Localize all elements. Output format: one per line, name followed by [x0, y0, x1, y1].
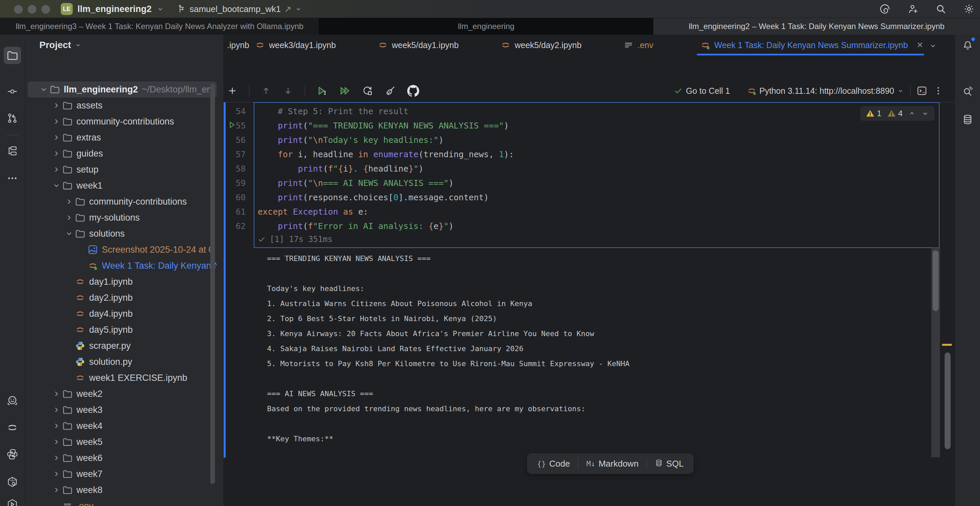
move-cell-down-button[interactable] — [283, 86, 293, 96]
jupyter-tool-button[interactable] — [4, 419, 21, 436]
tree-item-week6[interactable]: week6 — [25, 450, 216, 466]
ai-assistant-icon[interactable] — [879, 3, 891, 15]
clear-outputs-broom-button[interactable] — [385, 85, 396, 97]
warning-count[interactable]: 1 — [865, 109, 881, 118]
code-cell[interactable]: 54 # Step 5: Print the result55 print("=… — [224, 104, 514, 233]
tree-item-week1-exercise-ipynb[interactable]: week1 EXERCISE.ipynb — [25, 370, 216, 386]
tree-item-week8[interactable]: week8 — [25, 482, 216, 498]
search-icon[interactable] — [935, 3, 947, 15]
tree-item-solutions[interactable]: solutions — [25, 226, 216, 242]
window-tab[interactable]: llm_engineering2 – Week 1 Task: Daily Ke… — [653, 18, 980, 35]
more-options-kebab-icon[interactable] — [933, 86, 943, 96]
close-button[interactable] — [14, 5, 23, 14]
output-scrollbar-thumb[interactable] — [932, 250, 939, 311]
code-line[interactable]: 61except Exception as e: — [224, 205, 514, 219]
tree-item-week4[interactable]: week4 — [25, 418, 216, 434]
tree-item-community-contributions[interactable]: community-contributions — [25, 113, 216, 129]
project-switcher[interactable]: LE llm_engineering2 — [61, 0, 164, 18]
python-packages-tool-button[interactable] — [4, 473, 21, 491]
weak-warning-count[interactable]: 4 — [887, 109, 902, 118]
more-tool-windows-button[interactable] — [4, 170, 21, 187]
code-cell-button[interactable]: {}Code — [529, 453, 578, 474]
settings-gear-icon[interactable] — [963, 3, 975, 15]
tree-item-week1[interactable]: week1 — [25, 178, 216, 194]
tree-scrollbar[interactable] — [210, 83, 215, 484]
goto-cell-button[interactable]: Go to Cell 1 — [674, 86, 730, 96]
add-user-icon[interactable] — [907, 3, 919, 15]
tree-item-day4-ipynb[interactable]: day4.ipynb — [25, 306, 216, 322]
chevron-right-icon[interactable] — [52, 422, 62, 430]
kernel-selector[interactable]: Python 3.11.14: http://localhost:8890 — [747, 86, 904, 96]
project-panel-header[interactable]: Project — [25, 35, 223, 56]
tree-item-day2-ipynb[interactable]: day2.ipynb — [25, 290, 216, 306]
editor-scrollbar-thumb[interactable] — [945, 352, 951, 449]
chevron-down-icon[interactable] — [65, 230, 75, 238]
editor-tab[interactable]: .env — [620, 35, 694, 56]
tree-item-my-solutions[interactable]: my-solutions — [25, 210, 216, 226]
project-tool-button[interactable] — [4, 47, 21, 64]
editor-tab[interactable]: .ipynb — [224, 35, 250, 56]
chevron-right-icon[interactable] — [65, 213, 75, 222]
chevron-right-icon[interactable] — [52, 165, 62, 173]
code-line[interactable]: 62 print(f"Error in AI analysis: {e}") — [224, 219, 514, 233]
restart-kernel-button[interactable] — [362, 85, 373, 97]
code-line[interactable]: 58 print(f"{i}. {headline}") — [224, 162, 514, 176]
next-inspection-chevron[interactable] — [921, 110, 929, 118]
tree-item-day1-ipynb[interactable]: day1.ipynb — [25, 274, 216, 290]
markdown-cell-button[interactable]: M↓Markdown — [579, 453, 646, 474]
chevron-right-icon[interactable] — [52, 134, 62, 142]
tree-item-extras[interactable]: extras — [25, 129, 216, 146]
notifications-bell-button[interactable] — [959, 37, 976, 54]
chevron-down-icon[interactable] — [52, 181, 62, 189]
vcs-branch-widget[interactable]: samuel_bootcamp_wk1 ↗ — [177, 0, 302, 18]
code-line[interactable]: 54 # Step 5: Print the result — [224, 104, 514, 118]
add-cell-button[interactable] — [227, 86, 238, 96]
tree-item-guides[interactable]: guides — [25, 146, 216, 162]
move-cell-up-button[interactable] — [261, 86, 271, 96]
pull-requests-tool-button[interactable] — [4, 110, 21, 127]
tree-item--env[interactable]: .env — [25, 498, 216, 506]
chevron-right-icon[interactable] — [52, 454, 62, 462]
chevron-right-icon[interactable] — [52, 486, 62, 494]
close-tab-icon[interactable]: ✕ — [916, 40, 923, 50]
code-line[interactable]: 56 print("\nToday's key headlines:") — [224, 133, 514, 147]
tree-item-week5[interactable]: week5 — [25, 434, 216, 450]
editor-tab[interactable]: Week 1 Task: Daily Kenyan News Summarize… — [697, 35, 924, 56]
code-line[interactable]: 60 print(response.choices[0].message.con… — [224, 190, 514, 205]
editor-tab[interactable]: week3/day1.ipynb — [252, 35, 372, 56]
error-stripe-warning-mark[interactable] — [942, 344, 952, 346]
tree-item-week-1-task-daily-kenyan-news-summarizer[interactable]: Week 1 Task: Daily Kenyan News Summarize… — [25, 258, 216, 274]
code-line[interactable]: 55 print("=== TRENDING KENYAN NEWS ANALY… — [224, 118, 514, 133]
ai-search-tool-button[interactable] — [959, 83, 976, 100]
chevron-right-icon[interactable] — [52, 150, 62, 158]
sql-cell-button[interactable]: SQL — [647, 453, 692, 474]
tree-item-community-contributions[interactable]: community-contributions — [25, 194, 216, 210]
tree-item-day5-ipynb[interactable]: day5.ipynb — [25, 322, 216, 338]
hugging-face-tool-button[interactable] — [4, 392, 21, 409]
run-all-cells-button[interactable] — [339, 85, 350, 97]
chevron-right-icon[interactable] — [52, 406, 62, 414]
chevron-right-icon[interactable] — [52, 470, 62, 478]
services-tool-button[interactable] — [4, 496, 21, 506]
commit-tool-button[interactable] — [4, 83, 21, 100]
python-console-tool-button[interactable] — [4, 446, 21, 463]
tree-item-llm-engineering2[interactable]: llm_engineering2~/Desktop/llm_en — [28, 81, 216, 97]
chevron-right-icon[interactable] — [65, 197, 75, 205]
database-tool-button[interactable] — [959, 111, 976, 128]
tree-item-week3[interactable]: week3 — [25, 402, 216, 418]
chevron-right-icon[interactable] — [52, 390, 62, 398]
tree-item-week7[interactable]: week7 — [25, 466, 216, 482]
github-icon-button[interactable] — [407, 85, 419, 97]
output-scrollbar-track[interactable] — [931, 248, 940, 457]
tree-item-scraper-py[interactable]: scraper.py — [25, 338, 216, 354]
editor-tab[interactable]: week5/day1.ipynb — [374, 35, 495, 56]
tree-item-screenshot-2025-10-24-at-0[interactable]: Screenshot 2025-10-24 at 0 — [25, 242, 216, 258]
code-line[interactable]: 57 for i, headline in enumerate(trending… — [224, 147, 514, 162]
editor-tab[interactable]: week5/day2.ipynb — [497, 35, 617, 56]
window-tab[interactable]: llm_engineering3 – Week 1 Task: Kenyan D… — [0, 18, 320, 35]
tree-item-assets[interactable]: assets — [25, 97, 216, 113]
minimize-button[interactable] — [28, 5, 37, 14]
chevron-right-icon[interactable] — [52, 118, 62, 126]
tree-item-week2[interactable]: week2 — [25, 386, 216, 402]
editor-tabs-overflow-chevron[interactable] — [929, 41, 937, 50]
